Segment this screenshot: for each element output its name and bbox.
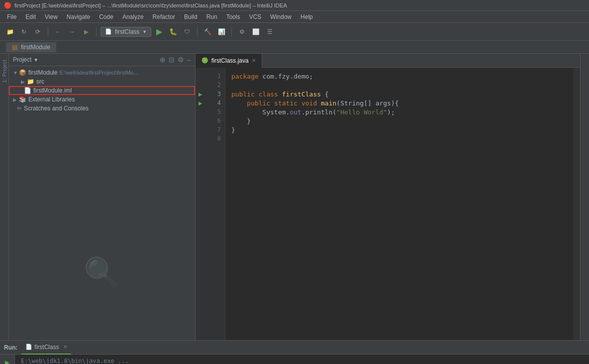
- left-sidebar-tabs: 1: Project: [0, 54, 9, 340]
- kw-public2: public: [247, 99, 270, 107]
- run-panel-header: Run: 📄 firstClass ✕: [0, 341, 589, 355]
- title-text: firstProject [E:\web\idea\firstProject] …: [14, 2, 287, 8]
- menu-run[interactable]: Run: [202, 12, 221, 21]
- forward-btn[interactable]: →: [66, 26, 78, 38]
- project-tree: ▼ 📦 firstModule E:\web\idea\firstProject…: [9, 66, 195, 205]
- expand-arrow-ext-libs: ▶: [13, 97, 19, 102]
- tree-item-src[interactable]: ▶ 📁 src: [9, 77, 195, 86]
- collapse-all-btn[interactable]: ⊟: [169, 56, 175, 64]
- panel-header: Project ▼ ⊕ ⊟ ⚙ –: [9, 54, 195, 66]
- gutter-3: ▶: [196, 90, 205, 98]
- chevron-down-icon[interactable]: ▼: [33, 57, 38, 63]
- code-line-3: public class firstClass {: [231, 90, 573, 98]
- tree-item-scratches-label: Scratches and Consoles: [24, 105, 89, 112]
- run-output-line-1: E:\web\jdk1.8\bin\java.exe ...: [21, 358, 583, 364]
- run-panel: Run: 📄 firstClass ✕ ▶ ■ ↑ ↓ ⏸ ↩ E:\web\j…: [0, 340, 589, 364]
- menu-view[interactable]: View: [41, 12, 62, 21]
- sep4: [231, 27, 232, 37]
- profile-btn[interactable]: 📊: [215, 26, 227, 38]
- gutter-8: [196, 134, 205, 143]
- run-tab-close[interactable]: ✕: [63, 344, 67, 350]
- tree-item-scratches[interactable]: ✏ Scratches and Consoles: [9, 104, 195, 113]
- app-icon: 🔴: [4, 2, 11, 9]
- gutter-6: [196, 116, 205, 125]
- run-tab-firstclass[interactable]: 📄 firstClass ✕: [21, 341, 71, 355]
- pkg-name: com.fzy.demo;: [259, 73, 313, 80]
- editor-tab-label: firstClass.java: [211, 57, 249, 64]
- project-panel: Project ▼ ⊕ ⊟ ⚙ – ▼ 📦 firstModule E:\web…: [9, 54, 196, 340]
- coverage-btn[interactable]: 🛡: [181, 26, 193, 38]
- run-config-dropdown[interactable]: 📄 firstClass ▼: [100, 27, 151, 37]
- panel-title: Project ▼: [13, 56, 38, 63]
- menu-help[interactable]: Help: [296, 12, 317, 21]
- code-line-7: }: [231, 125, 573, 134]
- code-editor[interactable]: ▶ ▶ 1 2 3 4 5 6 7 8 package com: [196, 68, 580, 340]
- menu-navigate[interactable]: Navigate: [63, 12, 94, 21]
- module-tab-item[interactable]: ▤ firstModule: [6, 42, 56, 52]
- title-bar: 🔴 firstProject [E:\web\idea\firstProject…: [0, 0, 589, 11]
- gutter-1: [196, 72, 205, 81]
- tree-item-iml[interactable]: 📄 firstModule.iml: [9, 86, 195, 95]
- println-call: .println(: [301, 108, 336, 116]
- menu-tools[interactable]: Tools: [222, 12, 244, 21]
- menu-build[interactable]: Build: [180, 12, 201, 21]
- open-folder-btn[interactable]: 📁: [4, 26, 16, 38]
- editor-area: 🟢 firstClass.java ✕ ▶ ▶ 1 2 3: [196, 54, 580, 340]
- indent3: }: [231, 117, 251, 125]
- gutter-2: [196, 81, 205, 90]
- panel-settings-btn[interactable]: ⚙: [178, 56, 184, 64]
- space1: [270, 99, 274, 107]
- back-btn[interactable]: ←: [52, 26, 64, 38]
- menu-edit[interactable]: Edit: [21, 12, 40, 21]
- run-sidebar-controls: ▶ ■ ↑ ↓ ⏸ ↩: [0, 355, 15, 364]
- menu-refactor[interactable]: Refactor: [149, 12, 179, 21]
- sep2: [96, 27, 97, 37]
- toolbar: 📁 ↻ ⟳ ← → ▶ 📄 firstClass ▼ ▶ 🐛 🛡 🔨 📊 ⚙ ⬜…: [0, 23, 589, 41]
- tree-item-ext-libs[interactable]: ▶ 📚 External Libraries: [9, 95, 195, 104]
- menu-window[interactable]: Window: [266, 12, 295, 21]
- tab-close-btn[interactable]: ✕: [252, 58, 256, 63]
- menu-code[interactable]: Code: [95, 12, 117, 21]
- arrow-btn[interactable]: ▶: [80, 26, 92, 38]
- layout-btn[interactable]: ⬜: [250, 26, 262, 38]
- debug-button[interactable]: 🐛: [167, 26, 179, 38]
- editor-tab-firstclass[interactable]: 🟢 firstClass.java ✕: [196, 54, 262, 68]
- space2: [297, 99, 301, 107]
- line-num-3: 3: [205, 90, 225, 98]
- settings-btn[interactable]: ⚙: [236, 26, 248, 38]
- build-btn[interactable]: 🔨: [201, 26, 213, 38]
- menu-analyze[interactable]: Analyze: [118, 12, 148, 21]
- refresh-btn[interactable]: ⟳: [32, 26, 44, 38]
- expand-arrow-firstmodule: ▼: [13, 70, 19, 76]
- run-button[interactable]: ▶: [153, 26, 165, 38]
- run-side-play[interactable]: ▶: [2, 358, 12, 364]
- module-folder-icon: 📦: [19, 69, 26, 76]
- open-brace1: {: [321, 91, 329, 98]
- sync-folders-btn[interactable]: ⊕: [160, 56, 166, 64]
- ext-libs-icon: 📚: [19, 96, 26, 103]
- dropdown-arrow: ▼: [142, 29, 147, 34]
- kw-public1: public: [231, 91, 259, 98]
- sync-btn[interactable]: ↻: [18, 26, 30, 38]
- sep1: [48, 27, 48, 37]
- code-content[interactable]: package com.fzy.demo; public class first…: [225, 68, 573, 340]
- menu-file[interactable]: File: [3, 12, 20, 21]
- right-sidebar-tabs: [580, 54, 589, 340]
- line-num-5: 5: [205, 107, 225, 116]
- gutter-5: [196, 107, 205, 116]
- tree-item-firstmodule[interactable]: ▼ 📦 firstModule E:\web\idea\firstProject…: [9, 68, 195, 77]
- sdk-btn[interactable]: ☰: [264, 26, 276, 38]
- out-ref: out: [290, 108, 301, 116]
- space3: [317, 99, 321, 107]
- code-line-4: public static void main(String[] args){: [231, 98, 573, 107]
- menu-vcs[interactable]: VCS: [245, 12, 266, 21]
- panel-title-text: Project: [13, 56, 31, 63]
- menu-bar: File Edit View Navigate Code Analyze Ref…: [0, 11, 589, 23]
- kw-class: class: [259, 91, 282, 98]
- module-tab-bar: ▤ firstModule: [0, 41, 589, 54]
- project-sidebar-tab[interactable]: 1: Project: [0, 56, 8, 87]
- panel-close-btn[interactable]: –: [187, 56, 191, 64]
- close-paren: );: [387, 108, 395, 116]
- tree-item-firstmodule-path: E:\web\idea\firstProject\firstMo...: [60, 70, 138, 76]
- run-output: E:\web\jdk1.8\bin\java.exe ... Hello Wor…: [15, 355, 589, 364]
